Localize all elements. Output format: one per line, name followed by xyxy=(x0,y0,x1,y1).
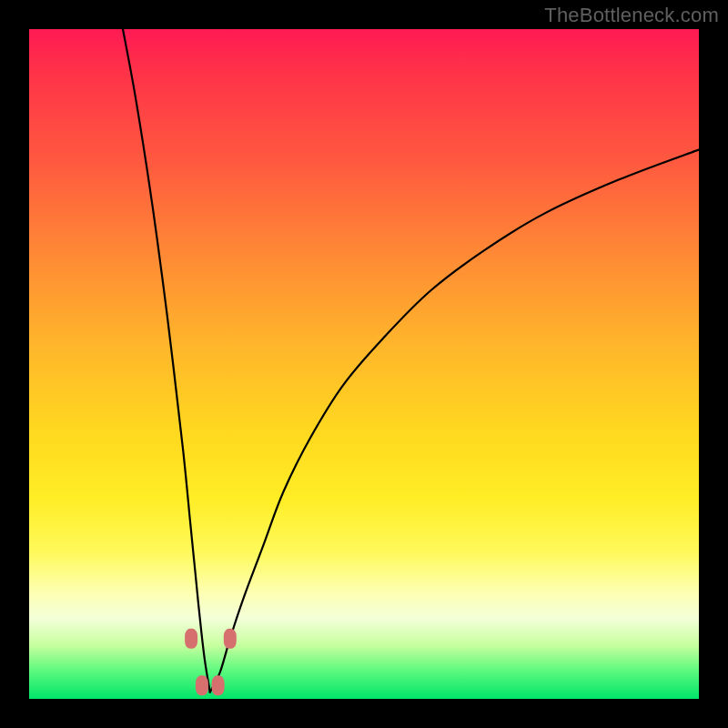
valley-marker-0 xyxy=(185,629,197,649)
curve-right-branch xyxy=(210,150,699,693)
valley-markers xyxy=(185,629,237,696)
chart-frame: TheBottleneck.com xyxy=(0,0,728,728)
valley-marker-1 xyxy=(196,675,208,695)
watermark-text: TheBottleneck.com xyxy=(544,4,719,27)
valley-marker-2 xyxy=(212,675,225,695)
plot-area xyxy=(29,29,699,699)
curve-left-branch xyxy=(123,29,210,693)
curve-svg xyxy=(29,29,699,699)
valley-marker-3 xyxy=(224,629,237,649)
